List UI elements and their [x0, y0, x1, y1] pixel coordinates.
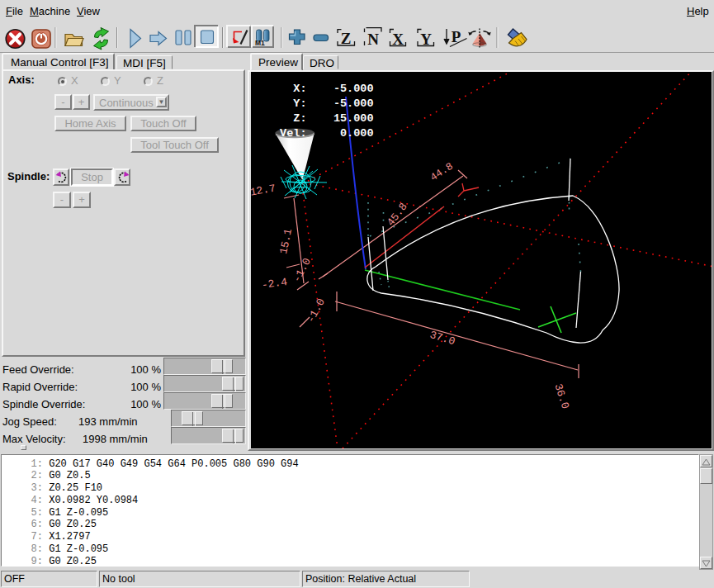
svg-text:Z: Z: [341, 30, 352, 47]
svg-text:Vel:: Vel:: [280, 127, 306, 140]
svg-text:X:: X:: [293, 83, 306, 95]
svg-text:-5.000: -5.000: [333, 97, 374, 110]
svg-text:15.000: 15.000: [333, 112, 374, 125]
svg-text:X: X: [392, 31, 404, 48]
svg-text:Z:: Z:: [293, 112, 306, 125]
svg-text:Y:: Y:: [293, 97, 306, 110]
svg-text:-5.000: -5.000: [333, 83, 374, 95]
svg-text:Y: Y: [420, 31, 432, 48]
svg-text:P: P: [452, 28, 461, 45]
svg-text:M1: M1: [255, 39, 265, 47]
svg-text:0.000: 0.000: [340, 127, 374, 140]
svg-text:N: N: [367, 31, 379, 48]
